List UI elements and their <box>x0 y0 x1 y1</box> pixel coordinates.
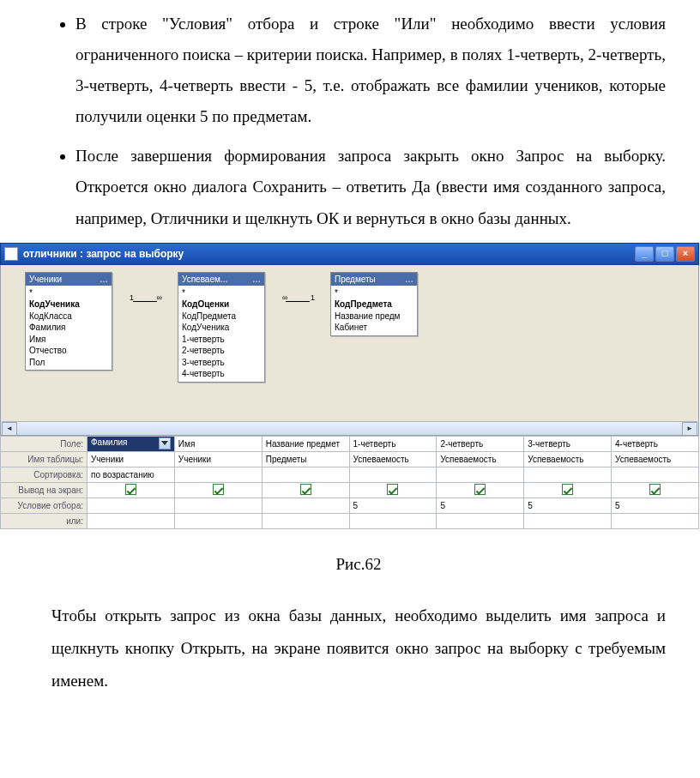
table-field[interactable]: КодУченика <box>182 322 261 334</box>
window-titlebar[interactable]: отличники : запрос на выборку _ □ × <box>0 243 699 265</box>
checkbox-checked-icon[interactable] <box>125 484 136 495</box>
qbe-cell-criteria[interactable]: 5 <box>437 498 524 513</box>
table-box-dots: … <box>405 274 413 284</box>
qbe-cell-criteria[interactable]: 5 <box>612 498 699 513</box>
table-box[interactable]: Предметы… * КодПредмета Название предм К… <box>330 272 418 336</box>
qbe-cell-show[interactable] <box>437 482 524 498</box>
qbe-cell-table[interactable]: Успеваемость <box>612 451 699 467</box>
checkbox-checked-icon[interactable] <box>474 484 486 495</box>
query-designer-upper-pane[interactable]: Ученики… * КодУченика КодКласса Фамилия … <box>0 265 699 436</box>
qbe-cell-show[interactable] <box>262 482 349 498</box>
table-field[interactable]: КодУченика <box>29 299 108 311</box>
bullet-list: В строке "Условия" отбора и строке "Или"… <box>51 9 666 234</box>
checkbox-checked-icon[interactable] <box>562 484 573 495</box>
table-field[interactable]: 4-четверть <box>182 368 261 380</box>
table-field[interactable]: 3-четверть <box>182 357 261 369</box>
qbe-cell-table[interactable]: Ученики <box>88 451 175 467</box>
qbe-cell-criteria[interactable] <box>174 498 262 513</box>
qbe-cell-field[interactable]: 4-четверть <box>612 436 699 451</box>
qbe-cell-sort[interactable]: по возрастанию <box>88 467 175 482</box>
qbe-cell-field[interactable]: 1-четверть <box>349 436 437 451</box>
qbe-cell-table[interactable]: Успеваемость <box>437 451 524 467</box>
qbe-cell-sort[interactable] <box>524 467 612 482</box>
qbe-cell-field[interactable]: 2-четверть <box>437 436 524 451</box>
table-field[interactable]: Имя <box>29 334 108 346</box>
qbe-cell-sort[interactable] <box>437 467 524 482</box>
qbe-cell-table[interactable]: Предметы <box>262 451 349 467</box>
qbe-cell-sort[interactable] <box>349 467 437 482</box>
window-title: отличники : запрос на выборку <box>23 248 184 260</box>
horizontal-scrollbar[interactable]: ◄ ► <box>2 421 697 435</box>
qbe-grid: Поле: Фамилия Имя Название предмет 1-чет… <box>0 436 699 529</box>
qbe-cell-or[interactable] <box>524 513 612 528</box>
qbe-row-label: или: <box>1 513 88 528</box>
table-field[interactable]: Отчество <box>29 345 108 357</box>
qbe-cell-criteria[interactable]: 5 <box>524 498 612 513</box>
qbe-cell-field[interactable]: Название предмет <box>262 436 349 451</box>
checkbox-checked-icon[interactable] <box>300 484 311 495</box>
checkbox-checked-icon[interactable] <box>387 484 398 495</box>
qbe-cell-or[interactable] <box>262 513 349 528</box>
table-box-title: Ученики <box>29 274 62 284</box>
qbe-cell-field[interactable]: Имя <box>174 436 262 451</box>
qbe-cell-show[interactable] <box>612 482 699 498</box>
table-field[interactable]: 1-четверть <box>182 334 261 346</box>
qbe-cell-show[interactable] <box>174 482 262 498</box>
checkbox-checked-icon[interactable] <box>649 484 661 495</box>
relationship-line <box>133 301 157 303</box>
table-field[interactable]: КодОценки <box>182 299 261 311</box>
qbe-cell-show[interactable] <box>524 482 612 498</box>
qbe-cell-show[interactable] <box>349 482 437 498</box>
qbe-cell-criteria[interactable] <box>88 498 175 513</box>
scroll-right-button[interactable]: ► <box>682 422 697 436</box>
table-field[interactable]: Кабинет <box>335 322 413 334</box>
qbe-cell-table[interactable]: Успеваемость <box>349 451 437 467</box>
table-box-dots: … <box>100 274 108 284</box>
table-box[interactable]: Ученики… * КодУченика КодКласса Фамилия … <box>25 272 112 371</box>
table-field[interactable]: 2-четверть <box>182 345 261 357</box>
table-field[interactable]: Фамилия <box>29 322 108 334</box>
figure-caption: Рис.62 <box>51 555 666 574</box>
qbe-cell-or[interactable] <box>437 513 524 528</box>
dropdown-icon[interactable] <box>159 437 171 449</box>
paragraph-after: Чтобы открыть запрос из окна базы данных… <box>51 600 666 697</box>
maximize-button[interactable]: □ <box>655 246 674 262</box>
minimize-button[interactable]: _ <box>635 246 654 262</box>
qbe-cell-show[interactable] <box>88 482 175 498</box>
table-field[interactable]: Название предм <box>335 311 413 323</box>
table-field[interactable]: * <box>335 287 413 299</box>
bullet-item: В строке "Условия" отбора и строке "Или"… <box>75 9 666 132</box>
qbe-cell-or[interactable] <box>349 513 437 528</box>
qbe-cell-criteria[interactable]: 5 <box>349 498 437 513</box>
table-box[interactable]: Успеваем...… * КодОценки КодПредмета Код… <box>178 272 265 383</box>
table-field[interactable]: * <box>182 287 261 299</box>
table-box-title: Успеваем... <box>182 274 227 284</box>
table-field[interactable]: КодКласса <box>29 311 108 323</box>
table-field[interactable]: * <box>29 287 108 299</box>
qbe-cell-criteria[interactable] <box>262 498 349 513</box>
bullet-item: После завершения формирования запроса за… <box>75 141 666 233</box>
qbe-cell-field[interactable]: Фамилия <box>88 436 175 451</box>
window-icon <box>4 247 18 261</box>
qbe-cell-table[interactable]: Успеваемость <box>524 451 612 467</box>
qbe-row-label: Имя таблицы: <box>1 451 88 467</box>
qbe-cell-or[interactable] <box>612 513 699 528</box>
qbe-cell-field[interactable]: 3-четверть <box>524 436 612 451</box>
table-box-dots: … <box>252 274 261 284</box>
table-field[interactable]: Пол <box>29 357 108 369</box>
qbe-cell-table[interactable]: Ученики <box>174 451 262 467</box>
table-field[interactable]: КодПредмета <box>335 299 413 311</box>
qbe-cell-sort[interactable] <box>262 467 349 482</box>
table-field[interactable]: КодПредмета <box>182 311 261 323</box>
qbe-cell-sort[interactable] <box>612 467 699 482</box>
scroll-left-button[interactable]: ◄ <box>2 422 17 436</box>
qbe-cell-or[interactable] <box>174 513 262 528</box>
qbe-cell-sort[interactable] <box>174 467 262 482</box>
access-query-screenshot: отличники : запрос на выборку _ □ × Учен… <box>0 243 699 436</box>
checkbox-checked-icon[interactable] <box>213 484 224 495</box>
qbe-row-label: Условие отбора: <box>1 498 88 513</box>
qbe-cell-or[interactable] <box>88 513 175 528</box>
qbe-row-label: Вывод на экран: <box>1 482 88 498</box>
qbe-row-label: Сортировка: <box>1 467 88 482</box>
close-button[interactable]: × <box>676 246 695 262</box>
